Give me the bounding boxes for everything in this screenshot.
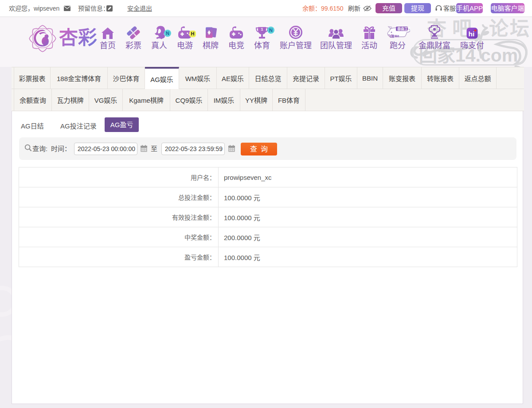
svg-text:hi: hi bbox=[469, 30, 475, 38]
svg-text:飞驰'Bit: 飞驰'Bit bbox=[388, 34, 399, 38]
svg-text:自由工作者: 自由工作者 bbox=[397, 27, 410, 31]
svg-text:1: 1 bbox=[261, 27, 263, 31]
